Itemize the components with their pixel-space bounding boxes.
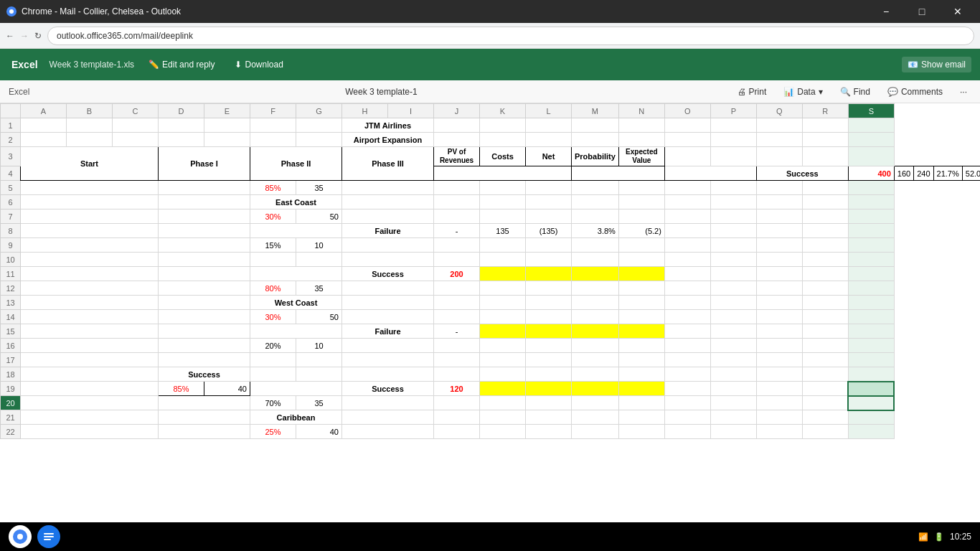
col-g[interactable]: G [296,104,342,118]
cell-f4[interactable] [664,166,756,181]
cell-n22[interactable] [618,425,664,439]
cell-l2[interactable] [526,133,572,147]
cell-a13[interactable] [21,296,159,310]
cell-m14[interactable] [572,310,619,324]
cell-p12[interactable] [710,281,756,296]
cell-q1[interactable] [756,118,802,133]
cell-g9[interactable]: 10 [296,238,342,253]
cell-m21[interactable] [572,410,619,425]
cell-d11[interactable] [159,267,250,281]
cell-a7[interactable] [21,209,159,224]
cell-n4[interactable]: 52.0 [962,166,980,181]
col-j[interactable]: J [434,104,480,118]
cell-h12[interactable] [342,281,434,296]
cell-a6[interactable] [21,195,159,209]
cell-d2[interactable] [159,133,204,147]
cell-prob[interactable]: Probability [572,147,619,166]
cell-m20[interactable] [572,396,619,410]
cell-h17[interactable] [342,353,434,367]
cell-exp-val[interactable]: Expected Value [618,147,664,166]
more-button[interactable]: ··· [956,85,971,98]
cell-j11[interactable]: 200 [434,267,480,281]
files-taskbar-icon[interactable] [37,525,60,548]
cell-r7[interactable] [802,209,848,224]
cell-d20[interactable] [159,396,250,410]
col-k[interactable]: K [480,104,526,118]
cell-h22[interactable] [342,425,434,439]
cell-d12[interactable] [159,281,250,296]
cell-g7[interactable]: 50 [296,209,342,224]
cell-n11[interactable] [618,267,664,281]
cell-m17[interactable] [572,353,619,367]
cell-k11[interactable] [480,267,526,281]
cell-o19[interactable] [664,382,710,396]
cell-h11[interactable]: Success [342,267,434,281]
cell-h2[interactable]: Airport Expansion [342,133,434,147]
cell-m10[interactable] [572,253,619,267]
cell-o13[interactable] [664,296,710,310]
col-n[interactable]: N [618,104,664,118]
cell-h8[interactable]: Failure [342,224,434,238]
close-button[interactable]: ✕ [941,0,974,23]
cell-n8[interactable]: (5.2) [618,224,664,238]
cell-o2[interactable] [664,133,710,147]
cell-p13[interactable] [710,296,756,310]
cell-p8[interactable] [710,224,756,238]
cell-f21[interactable]: Caribbean [250,410,342,425]
col-h[interactable]: H [342,104,388,118]
cell-n6[interactable] [618,195,664,209]
cell-d4[interactable] [572,166,665,181]
cell-q5[interactable] [756,181,802,195]
cell-n5[interactable] [618,181,664,195]
cell-q12[interactable] [756,281,802,296]
cell-n17[interactable] [618,353,664,367]
cell-s12[interactable] [848,281,894,296]
cell-s2[interactable] [848,133,894,147]
cell-g17[interactable] [296,353,342,367]
cell-l22[interactable] [526,425,572,439]
cell-l21[interactable] [526,410,572,425]
cell-a8[interactable] [21,224,159,238]
cell-h4[interactable]: Success [756,166,848,181]
cell-j13[interactable] [434,296,480,310]
cell-h13[interactable] [342,296,434,310]
cell-k13[interactable] [480,296,526,310]
cell-s7[interactable] [848,209,894,224]
minimize-button[interactable]: − [870,0,903,23]
cell-j19[interactable]: 120 [434,382,480,396]
cell-o9[interactable] [664,238,710,253]
cell-k1[interactable] [480,118,526,133]
cell-a14[interactable] [21,310,159,324]
cell-g14[interactable]: 50 [296,310,342,324]
cell-n21[interactable] [618,410,664,425]
cell-k14[interactable] [480,310,526,324]
cell-d19[interactable]: 85% [159,382,204,396]
back-button[interactable]: ← [6,31,14,41]
cell-net[interactable]: Net [526,147,572,166]
cell-a1[interactable] [21,118,67,133]
cell-a5[interactable] [21,181,159,195]
cell-start[interactable]: Start [21,147,159,181]
comments-button[interactable]: 💬 Comments [883,85,947,98]
cell-r22[interactable] [802,425,848,439]
cell-m2[interactable] [572,133,619,147]
cell-r17[interactable] [802,353,848,367]
cell-j7[interactable] [434,209,480,224]
cell-p3[interactable] [710,147,756,166]
cell-j4[interactable]: 400 [848,166,894,181]
cell-f14[interactable]: 30% [250,310,296,324]
cell-f17[interactable] [250,353,296,367]
cell-l17[interactable] [526,353,572,367]
cell-h15[interactable]: Failure [342,324,434,339]
cell-m18[interactable] [572,367,619,382]
cell-d15[interactable] [159,324,250,339]
cell-h21[interactable] [342,410,434,425]
cell-l6[interactable] [526,195,572,209]
cell-r10[interactable] [802,253,848,267]
cell-h19[interactable]: Success [342,382,434,396]
cell-l1[interactable] [526,118,572,133]
cell-o10[interactable] [664,253,710,267]
cell-n20[interactable] [618,396,664,410]
cell-l9[interactable] [526,238,572,253]
col-o[interactable]: O [664,104,710,118]
